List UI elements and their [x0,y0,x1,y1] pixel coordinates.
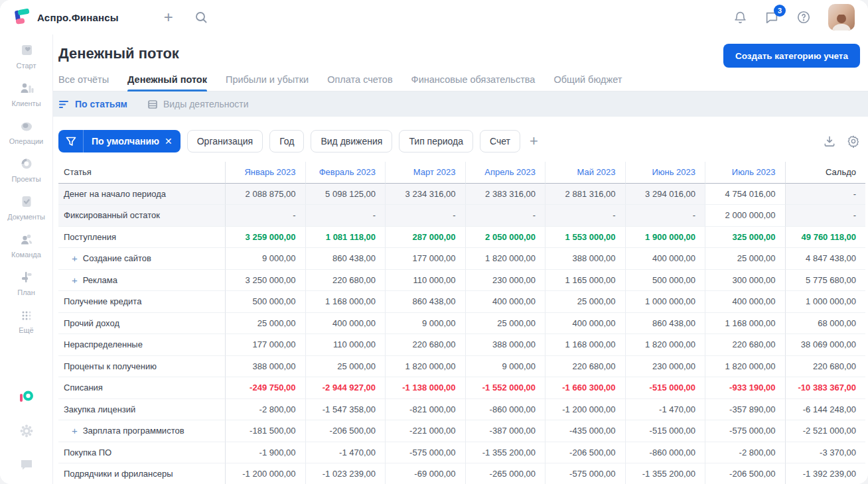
expand-row-icon[interactable]: + [72,274,78,286]
clear-filter-icon[interactable]: ✕ [165,136,181,147]
table-row[interactable]: Закупка лицензий-2 800,00-1 547 358,00-8… [58,399,865,421]
notifications-bell-icon[interactable] [733,11,747,25]
row-article-cell: +Создание сайтов [58,248,226,270]
subtab-by-articles[interactable]: По статьям [58,99,127,109]
row-value-cell: 400 000,00 [306,313,386,335]
filter-chip[interactable]: Организация [187,130,263,152]
row-value-cell: 1 553 000,00 [545,227,626,249]
row-article-label: Денег на начало периода [64,189,166,199]
global-add-button[interactable]: + [164,9,173,25]
table-row[interactable]: +Создание сайтов9 000,00860 438,00177 00… [58,248,865,270]
view-switcher: По статьям Виды деятельности [53,91,868,117]
row-value-cell: -1 547 358,00 [306,399,386,421]
row-value-cell: 860 438,00 [626,313,706,335]
chat-icon[interactable]: 3 [764,10,779,25]
row-article-label: Проценты к получению [64,361,157,371]
app-window: Аспро.Финансы + 3 [0,0,868,484]
aspro-logo-icon[interactable] [13,9,31,26]
user-avatar[interactable] [828,4,855,30]
table-row[interactable]: Денег на начало периода2 088 875,005 098… [58,184,865,206]
add-filter-button[interactable]: + [530,133,538,150]
row-value-cell: 220 680,00 [705,334,786,356]
row-value-cell: 1 820 000,00 [626,334,706,356]
report-tab[interactable]: Все отчёты [58,74,109,91]
subtab-activity-types[interactable]: Виды деятельности [147,99,249,109]
row-value-cell: -1 200 000,00 [226,463,306,484]
row-value-cell: 5 098 125,00 [306,184,386,206]
aspro-cloud-logo-icon[interactable] [18,389,35,406]
help-icon[interactable] [796,10,811,25]
row-value-cell: 1 820 000,00 [705,356,786,378]
table-settings-gear-icon[interactable] [847,135,860,148]
sidebar-item-operations[interactable]: Операции [3,118,50,145]
filter-chip[interactable]: Вид движения [311,130,392,152]
row-article-label: Прочий доход [64,318,119,328]
table-row[interactable]: Покупка ПО-1 900,00-1 470,00-575 000,00-… [58,442,865,464]
sidebar-item-clients[interactable]: Клиенты [3,80,50,107]
row-value-cell: 1 820 000,00 [386,356,466,378]
report-tab[interactable]: Финансовые обязательства [411,74,536,91]
sidebar-item-documents[interactable]: Документы [3,194,50,221]
table-row[interactable]: Списания-249 750,00-2 944 927,00-1 138 0… [58,377,865,399]
sidebar-item-label: Ещё [19,326,34,334]
row-value-cell: -206 500,00 [306,420,386,442]
table-row[interactable]: +Реклама3 250 000,00220 680,00110 000,00… [58,270,865,292]
table-row[interactable]: Прочий доход25 000,00400 000,009 000,002… [58,313,865,335]
row-value-cell: 25 000,00 [306,356,386,378]
sidebar-item-label: Документы [7,213,45,221]
sidebar-item-projects[interactable]: Проекты [3,156,50,183]
row-saldo-cell: -10 383 367,00 [785,377,866,399]
table-row[interactable]: Фиксированный остаток------2 000 000,00- [58,205,865,227]
column-header: Февраль 2023 [306,162,386,184]
row-article-label: Получение кредита [64,296,141,306]
row-article-label: Зарплата программистов [83,426,184,436]
filter-chip[interactable]: Тип периода [399,130,473,152]
table-row[interactable]: Поступления3 259 000,001 081 118,00287 0… [58,227,865,249]
row-value-cell: 400 000,00 [705,291,786,313]
row-value-cell: 3 234 316,00 [386,184,466,206]
row-saldo-cell: 5 775 680,00 [785,270,866,292]
sidebar-item-start[interactable]: Старт [3,42,50,70]
row-article-cell: Поступления [58,227,226,249]
row-value-cell: -2 800,00 [226,399,306,421]
row-saldo-cell: - [785,205,866,227]
row-value-cell: 177 000,00 [386,248,466,270]
report-tab[interactable]: Оплата счетов [327,74,392,91]
row-value-cell: 1 820 000,00 [466,248,546,270]
table-row[interactable]: Проценты к получению388 000,0025 000,001… [58,356,865,378]
expand-row-icon[interactable]: + [72,253,78,264]
row-article-cell: Фиксированный остаток [58,205,226,227]
sidebar-item-label: Старт [17,62,36,70]
report-tab[interactable]: Прибыли и убытки [226,74,309,91]
download-icon[interactable] [823,135,836,148]
filter-chip[interactable]: Год [269,130,304,152]
filter-chip[interactable]: Счет [480,130,520,152]
table-row[interactable]: Нераспределенные177 000,00110 000,00220 … [58,334,865,356]
row-value-cell: - [306,205,386,227]
create-category-button[interactable]: Создать категорию учета [723,44,860,68]
support-chat-icon[interactable] [19,456,35,472]
row-value-cell: 3 250 000,00 [226,270,306,292]
row-value-cell: -2 944 927,00 [306,377,386,399]
table-row[interactable]: Получение кредита500 000,001 168 000,008… [58,291,865,313]
sidebar-item-more[interactable]: Ещё [3,307,50,334]
active-filter-chip[interactable]: По умолчанию ✕ [58,130,181,152]
sidebar-item-plan[interactable]: План [3,269,50,296]
sidebar-item-team[interactable]: Команда [3,231,50,259]
report-tab[interactable]: Денежный поток [127,74,207,91]
expand-row-icon[interactable]: + [72,425,78,436]
sort-lines-icon [58,99,70,109]
report-tab[interactable]: Общий бюджет [553,74,622,91]
table-row[interactable]: Подрядчики и фрилансеры-1 200 000,00-1 0… [58,463,865,484]
filter-bar: По умолчанию ✕ ОрганизацияГодВид движени… [53,117,868,160]
stack-rows-icon [147,99,158,109]
row-value-cell: 388 000,00 [226,356,306,378]
settings-gear-icon[interactable] [19,423,35,439]
row-value-cell: -1 470,00 [306,442,386,464]
row-value-cell: 3 294 016,00 [626,184,706,206]
clients-icon [19,80,35,96]
table-row[interactable]: +Зарплата программистов-181 500,00-206 5… [58,420,865,442]
filter-funnel-icon[interactable] [58,130,84,152]
subtab-label: Виды деятельности [163,99,249,109]
search-icon[interactable] [194,11,208,24]
